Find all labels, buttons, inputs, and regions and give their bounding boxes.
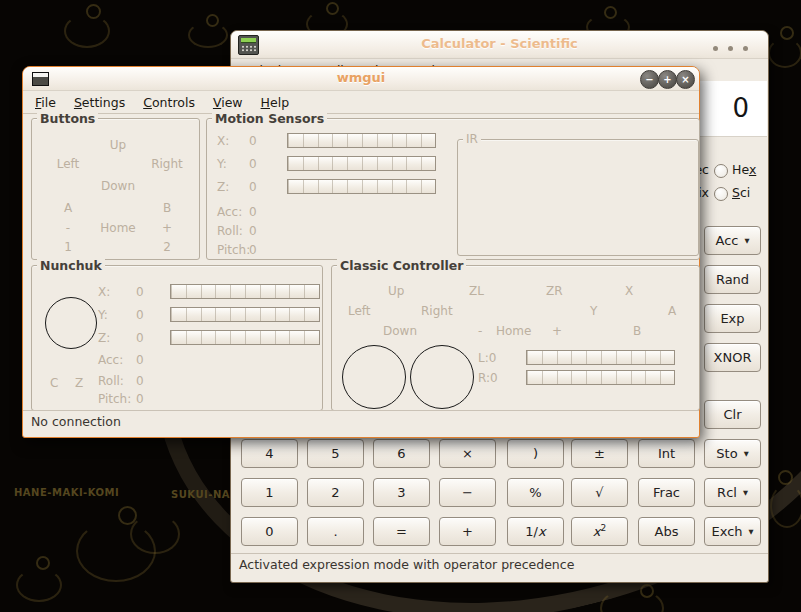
wiimote-1-label: 1 bbox=[46, 240, 90, 254]
motion-x-value: 0 bbox=[249, 134, 257, 148]
key-equals[interactable]: = bbox=[373, 517, 430, 546]
nunchuk-z-value: 0 bbox=[136, 331, 144, 345]
key-plus-minus[interactable]: ± bbox=[571, 439, 628, 468]
classic-zl-label: ZL bbox=[469, 284, 484, 298]
calculator-status-text: Activated expression mode with operator … bbox=[239, 557, 574, 572]
minimize-button[interactable]: − bbox=[640, 70, 659, 89]
menu-item-controls[interactable]: Controls bbox=[134, 95, 204, 110]
motion-sensors-group: Motion Sensors X: 0 Y: 0 Z: 0 Acc: 0 Rol… bbox=[206, 118, 700, 260]
motion-x-label: X: bbox=[217, 134, 229, 148]
menu-item-help[interactable]: Help bbox=[252, 95, 299, 110]
motion-pitch-label: Pitch: bbox=[217, 243, 250, 257]
nunchuk-z-bar bbox=[170, 330, 320, 345]
nunchuk-x-bar bbox=[170, 284, 320, 299]
classic-x-label: X bbox=[625, 284, 633, 298]
key-abs[interactable]: Abs bbox=[638, 517, 695, 546]
buttons-group-title: Buttons bbox=[37, 111, 98, 126]
close-button[interactable]: × bbox=[676, 70, 695, 89]
wiimote-right-label: Right bbox=[145, 157, 189, 171]
key-sqrt[interactable]: √ bbox=[571, 478, 628, 507]
nunchuk-z-label: Z: bbox=[98, 331, 110, 345]
wiimote-2-label: 2 bbox=[145, 240, 189, 254]
nunchuk-y-bar bbox=[170, 307, 320, 322]
classic-r-label: R:0 bbox=[478, 371, 498, 385]
motion-z-value: 0 bbox=[249, 180, 257, 194]
key-close-paren[interactable]: ) bbox=[507, 439, 564, 468]
key-1[interactable]: 1 bbox=[241, 478, 298, 507]
dropdown-arrow-icon: ▼ bbox=[743, 489, 748, 497]
nunchuk-z-button-label: Z bbox=[75, 376, 87, 390]
menu-item-file[interactable]: File bbox=[26, 95, 65, 110]
classic-up-label: Up bbox=[388, 284, 404, 298]
wallpaper-figure bbox=[770, 484, 801, 528]
motion-y-label: Y: bbox=[217, 157, 227, 171]
wmgui-titlebar[interactable]: wmgui − + × bbox=[23, 67, 699, 91]
nunchuk-pitch-label: Pitch: bbox=[98, 392, 131, 406]
wiimote-minus-label: - bbox=[46, 221, 90, 235]
classic-down-label: Down bbox=[383, 324, 417, 338]
nunchuk-acc-value: 0 bbox=[136, 353, 144, 367]
wiimote-left-label: Left bbox=[46, 157, 90, 171]
key-2[interactable]: 2 bbox=[307, 478, 364, 507]
nunchuk-group: Nunchuk X: 0 Y: 0 Z: 0 Acc: 0 Roll: 0 Pi… bbox=[31, 265, 323, 411]
key-4[interactable]: 4 bbox=[241, 439, 298, 468]
key-square[interactable]: x2 bbox=[571, 517, 628, 546]
motion-x-bar bbox=[287, 133, 436, 148]
key-3[interactable]: 3 bbox=[373, 478, 430, 507]
nunchuk-c-label: C bbox=[50, 376, 62, 390]
key-subtract[interactable]: − bbox=[439, 478, 496, 507]
wiimote-b-label: B bbox=[145, 201, 189, 215]
wallpaper-figure bbox=[130, 514, 180, 554]
motion-roll-value: 0 bbox=[249, 224, 257, 238]
key-frac[interactable]: Frac bbox=[638, 478, 695, 507]
wmgui-window: wmgui − + × File Settings Controls View … bbox=[22, 66, 700, 438]
key-percent[interactable]: % bbox=[507, 478, 564, 507]
wiimote-home-label: Home bbox=[92, 221, 144, 235]
key-int[interactable]: Int bbox=[638, 439, 695, 468]
motion-pitch-value: 0 bbox=[249, 243, 257, 257]
wallpaper-figure bbox=[188, 22, 228, 48]
classic-left-label: Left bbox=[348, 304, 371, 318]
menu-item-view[interactable]: View bbox=[204, 95, 252, 110]
classic-right-stick-indicator bbox=[410, 345, 474, 409]
wiimote-up-label: Up bbox=[92, 138, 144, 152]
key-multiply[interactable]: × bbox=[439, 439, 496, 468]
key-add[interactable]: + bbox=[439, 517, 496, 546]
ir-group: IR bbox=[457, 139, 699, 256]
wallpaper-figure bbox=[778, 470, 793, 485]
classic-b-label: B bbox=[633, 324, 641, 338]
nunchuk-roll-value: 0 bbox=[136, 374, 144, 388]
nunchuk-roll-label: Roll: bbox=[98, 374, 124, 388]
motion-acc-label: Acc: bbox=[217, 205, 242, 219]
wiimote-plus-label: + bbox=[145, 221, 189, 235]
classic-zr-label: ZR bbox=[546, 284, 563, 298]
key-reciprocal[interactable]: 1/x bbox=[507, 517, 564, 546]
classic-l-bar bbox=[526, 350, 675, 365]
classic-home-label: Home bbox=[496, 324, 531, 338]
wmgui-status-text: No connection bbox=[31, 414, 121, 429]
motion-sensors-group-title: Motion Sensors bbox=[212, 111, 327, 126]
ir-group-title: IR bbox=[463, 132, 481, 146]
classic-a-label: A bbox=[668, 304, 676, 318]
nunchuk-pitch-value: 0 bbox=[136, 392, 144, 406]
wiimote-down-label: Down bbox=[92, 179, 144, 193]
key-6[interactable]: 6 bbox=[373, 439, 430, 468]
key-5[interactable]: 5 bbox=[307, 439, 364, 468]
key-rcl[interactable]: Rcl▼ bbox=[704, 478, 761, 507]
key-sto[interactable]: Sto▼ bbox=[704, 439, 761, 468]
dropdown-arrow-icon: ▼ bbox=[744, 450, 749, 458]
key-exch[interactable]: Exch▼ bbox=[704, 517, 761, 546]
maximize-button[interactable]: + bbox=[658, 70, 677, 89]
classic-plus-label: + bbox=[552, 324, 562, 338]
wallpaper-figure bbox=[16, 568, 62, 602]
menu-item-settings[interactable]: Settings bbox=[65, 95, 134, 110]
dropdown-arrow-icon: ▼ bbox=[749, 528, 754, 536]
key-0[interactable]: 0 bbox=[241, 517, 298, 546]
key-decimal[interactable]: . bbox=[307, 517, 364, 546]
classic-l-label: L:0 bbox=[478, 351, 496, 365]
motion-acc-value: 0 bbox=[249, 205, 257, 219]
nunchuk-stick-indicator bbox=[45, 297, 97, 349]
nunchuk-x-value: 0 bbox=[136, 285, 144, 299]
classic-minus-label: - bbox=[478, 324, 482, 338]
calculator-statusbar: Activated expression mode with operator … bbox=[231, 553, 768, 572]
